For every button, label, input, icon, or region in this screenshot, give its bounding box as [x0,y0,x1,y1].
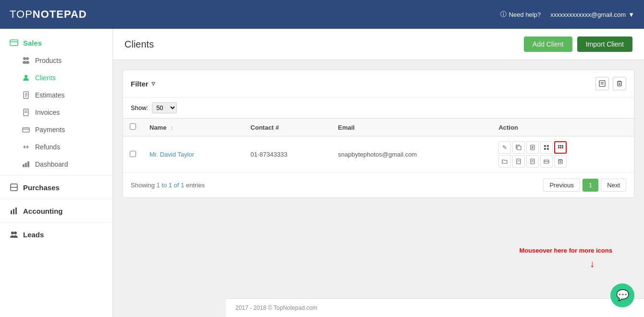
import-client-button[interactable]: Import Client [577,37,632,52]
svg-rect-25 [599,81,605,86]
show-label: Show: [131,104,148,111]
user-menu[interactable]: xxxxxxxxxxxxx@gmail.com ▼ [550,11,634,18]
delete-filter-icon[interactable] [613,77,626,90]
page-header: Clients Add Client Import Client [113,29,644,60]
pagination-controls: Previous 1 Next [543,179,626,192]
next-button[interactable]: Next [601,179,626,192]
svg-rect-20 [11,210,12,214]
sidebar: Sales Products Clients [0,29,113,317]
svg-point-4 [25,61,29,64]
th-action: Action [492,119,634,136]
svg-rect-44 [560,147,561,148]
page-1-button[interactable]: 1 [582,179,598,192]
footer: 2017 - 2018 © TopNotepad.com [226,298,644,317]
purchases-icon [10,183,18,192]
folder-icon[interactable] [498,155,511,168]
svg-rect-41 [560,145,561,146]
edit-icon[interactable]: ✎ [498,141,511,154]
main-content: Clients Add Client Import Client Filter … [113,29,644,317]
leads-label: Leads [23,231,44,239]
sidebar-item-estimates[interactable]: Estimates [0,86,112,104]
svg-rect-15 [23,164,25,167]
svg-rect-28 [618,82,621,86]
svg-rect-31 [517,146,521,150]
add-client-button[interactable]: Add Client [524,37,572,52]
svg-point-1 [23,57,26,60]
sidebar-item-refunds[interactable]: Refunds [0,138,112,156]
card2-icon[interactable] [540,155,553,168]
payments-icon [22,125,30,134]
leads-icon [10,230,18,239]
sidebar-item-products-label: Products [35,57,62,64]
td-checkbox [123,136,143,173]
td-name: Mr. David Taylor [143,136,244,173]
more-options-icon[interactable] [554,141,567,154]
filter-label: Filter ▿ [131,79,155,88]
clients-table: Name ↕ Contact # Email Action [123,118,634,173]
svg-rect-37 [547,145,549,147]
svg-rect-39 [547,148,549,150]
select-all-checkbox[interactable] [130,123,136,130]
svg-point-5 [25,75,27,78]
accounting-label: Accounting [23,207,63,215]
copy-icon[interactable] [512,141,525,154]
svg-rect-21 [13,209,14,214]
export-csv-icon[interactable] [595,77,609,90]
products-icon [22,56,30,65]
sidebar-item-dashboard[interactable]: Dashboard [0,156,112,173]
sidebar-group-sales[interactable]: Sales [0,34,112,52]
sidebar-item-products[interactable]: Products [0,52,112,69]
th-contact: Contact # [244,119,331,136]
sidebar-group-accounting[interactable]: Accounting [0,202,112,220]
chat-bubble[interactable]: 💬 [610,283,634,307]
clients-icon [22,73,30,82]
dashboard-icon [22,160,30,169]
filter-bar: Filter ▿ [123,70,634,98]
help-link[interactable]: ⓘ Need help? [500,10,541,19]
sidebar-item-clients[interactable]: Clients [0,69,112,86]
sidebar-group-leads[interactable]: Leads [0,225,112,244]
svg-rect-43 [558,147,559,148]
sidebar-item-refunds-label: Refunds [35,143,60,151]
prev-button[interactable]: Previous [543,179,580,192]
svg-rect-42 [562,145,563,146]
sidebar-item-dashboard-label: Dashboard [35,160,68,168]
action-icons-row2 [498,155,627,168]
sidebar-item-invoices-label: Invoices [35,109,60,116]
accounting-icon [10,207,18,215]
header-buttons: Add Client Import Client [524,37,632,52]
sidebar-item-invoices[interactable]: Invoices [0,104,112,121]
invoice-icon[interactable] [512,155,525,168]
filter-text: Filter [131,80,149,88]
table-row: Mr. David Taylor 01-87343333 snapbytepho… [123,136,634,173]
receipt-icon[interactable] [526,155,539,168]
row-checkbox[interactable] [130,151,136,157]
svg-rect-53 [558,160,562,164]
app-logo: TopNotepad [10,8,87,21]
header-right: ⓘ Need help? xxxxxxxxxxxxx@gmail.com ▼ [500,10,634,19]
client-name-link[interactable]: Mr. David Taylor [149,151,194,158]
purchases-label: Purchases [23,183,60,192]
svg-point-24 [14,232,17,234]
action-icons-row1: ✎ [498,141,575,154]
sidebar-group-purchases[interactable]: Purchases [0,178,112,196]
th-checkbox [123,119,143,136]
statement-icon[interactable] [526,141,539,154]
svg-rect-17 [27,161,29,167]
user-email: xxxxxxxxxxxxx@gmail.com [550,11,626,18]
svg-point-2 [26,57,29,60]
sidebar-item-payments[interactable]: Payments [0,121,112,138]
grid-icon[interactable] [540,141,553,154]
sort-name-icon[interactable]: ↕ [170,124,173,131]
th-email: Email [331,119,492,136]
filter-export-icons [595,77,626,90]
trash-icon[interactable] [554,155,567,168]
clients-table-container: Filter ▿ [123,70,634,198]
app-header: TopNotepad ⓘ Need help? xxxxxxxxxxxxx@gm… [0,0,644,29]
th-name: Name ↕ [143,119,244,136]
help-icon: ⓘ [500,10,507,19]
footer-text: 2017 - 2018 © TopNotepad.com [235,305,317,311]
page-title: Clients [124,39,154,50]
show-select[interactable]: 50 25 100 [152,102,177,113]
estimates-icon [22,91,30,99]
